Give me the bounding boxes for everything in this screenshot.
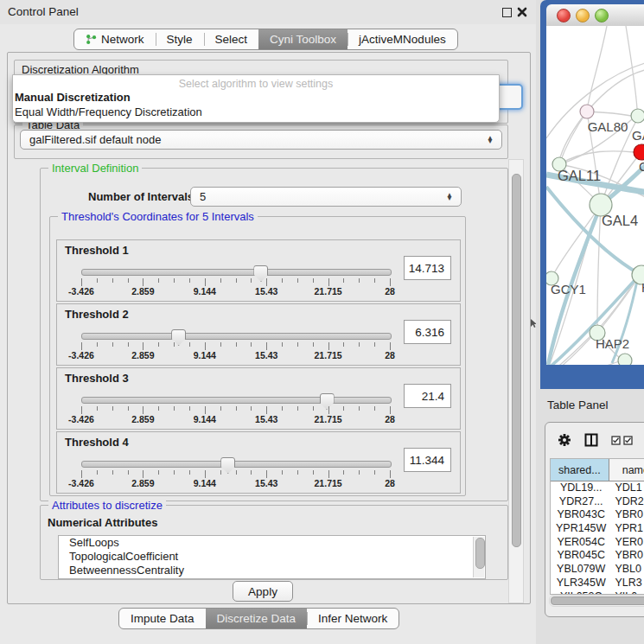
close-icon[interactable] <box>517 7 527 17</box>
svg-text:GAL80: GAL80 <box>588 119 628 134</box>
node-table: shared... name YDL19...YDL1 YDR27...YDR2… <box>550 458 644 595</box>
table-header-row: shared... name <box>551 459 644 481</box>
table-row[interactable]: YDR27...YDR2 <box>551 495 644 509</box>
table-row[interactable]: YBL079WYBL0 <box>551 563 644 577</box>
network-icon <box>86 34 97 45</box>
node-top-right[interactable] <box>631 109 644 123</box>
tab-infer-network[interactable]: Infer Network <box>307 609 399 628</box>
tick-marks <box>81 278 390 286</box>
node-bottom[interactable] <box>618 354 632 365</box>
scrollbar-thumb[interactable] <box>551 596 644 605</box>
right-region: GAL80 GA C GAL11 GAL4 GCY1 H HAP2 Table … <box>536 0 644 644</box>
tab-jactivemnodules[interactable]: jActiveMNodules <box>348 29 457 49</box>
threshold-4-label: Threshold 4 <box>65 436 129 449</box>
svg-text:GAL11: GAL11 <box>558 168 601 183</box>
svg-text:HAP2: HAP2 <box>596 336 629 351</box>
tab-label: Impute Data <box>131 612 194 625</box>
cyni-toolbox-panel: Discretization Algorithm Select algorith… <box>7 52 531 604</box>
threshold-1-panel: Threshold 1 -3.4262.8599.14415.4321.7152… <box>56 239 461 302</box>
scrollbar-thumb[interactable] <box>475 538 485 569</box>
tab-label: Select <box>215 33 248 46</box>
number-of-intervals-label: Number of Intervals <box>88 190 194 203</box>
tab-network[interactable]: Network <box>74 29 156 49</box>
svg-text:GAL4: GAL4 <box>602 213 638 228</box>
tick-scale: -3.4262.8599.14415.4321.71528 <box>81 350 390 360</box>
attributes-title: Attributes to discretize <box>48 499 166 512</box>
threshold-coordinates-group: Threshold's Coordinates for 5 Intervals … <box>49 216 466 496</box>
table-row[interactable]: YPR145WYPR1 <box>551 522 644 536</box>
dropdown-item-equal-width[interactable]: Equal Width/Frequency Discretization <box>13 105 499 119</box>
attributes-group: Attributes to discretize Numerical Attri… <box>40 505 508 580</box>
tick-marks <box>81 470 390 478</box>
list-item[interactable]: TopologicalCoefficient <box>59 550 485 564</box>
tab-discretize-data[interactable]: Discretize Data <box>206 609 308 628</box>
threshold-4-value-field[interactable]: 11.344 <box>404 448 451 472</box>
checkbox-icon[interactable] <box>611 436 621 445</box>
nodes <box>546 105 644 365</box>
minimize-traffic-light-icon[interactable] <box>576 9 590 22</box>
threshold-2-value-field[interactable]: 6.316 <box>404 320 451 344</box>
table-row[interactable]: YBR045CYBR0 <box>551 549 644 563</box>
svg-text:GA: GA <box>632 128 644 143</box>
panel-scrollbar[interactable] <box>508 159 524 603</box>
node-red-highlighted[interactable] <box>634 144 644 160</box>
svg-text:C: C <box>639 159 644 174</box>
column-header-shared-name[interactable]: shared... <box>551 459 609 481</box>
attributes-list[interactable]: SelfLoops TopologicalCoefficient Between… <box>58 535 486 579</box>
network-canvas[interactable]: GAL80 GA C GAL11 GAL4 GCY1 H HAP2 <box>546 26 644 365</box>
tab-label: Discretize Data <box>217 612 296 625</box>
list-item[interactable]: BetweennessCentrality <box>59 564 485 577</box>
node-gal80[interactable] <box>580 105 594 118</box>
threshold-1-label: Threshold 1 <box>65 244 129 257</box>
threshold-4-slider[interactable] <box>81 461 392 468</box>
threshold-1-slider[interactable] <box>81 269 392 276</box>
control-panel-titlebar: Control Panel <box>0 0 536 24</box>
spinner-arrows-icon[interactable]: ▲▼ <box>446 193 453 201</box>
svg-text:GCY1: GCY1 <box>551 282 586 296</box>
threshold-3-label: Threshold 3 <box>65 372 129 385</box>
intervals-value: 5 <box>200 190 206 203</box>
tab-cyni-toolbox[interactable]: Cyni Toolbox <box>258 29 348 49</box>
list-item[interactable]: SelfLoops <box>59 536 485 550</box>
table-data-combo[interactable]: galFiltered.sif default node ▲▼ <box>20 130 502 150</box>
panel-title: Control Panel <box>8 5 79 18</box>
table-horizontal-scrollbar[interactable] <box>549 595 644 607</box>
tick-marks <box>81 342 390 350</box>
threshold-1-value-field[interactable]: 14.713 <box>404 256 451 280</box>
tab-impute-data[interactable]: Impute Data <box>119 609 206 628</box>
table-row[interactable]: YLR345WYLR3 <box>551 577 644 590</box>
table-row[interactable]: YER054CYER0 <box>551 536 644 550</box>
threshold-3-value-field[interactable]: 21.4 <box>404 384 451 408</box>
float-window-icon[interactable] <box>502 8 512 17</box>
numerical-attributes-label: Numerical Attributes <box>48 516 157 529</box>
threshold-2-label: Threshold 2 <box>65 308 129 321</box>
table-row[interactable]: YBR043CYBR0 <box>551 508 644 522</box>
threshold-3-slider[interactable] <box>81 397 392 404</box>
interval-definition-group: Interval Definition Number of Intervals … <box>40 168 508 501</box>
network-window-titlebar[interactable] <box>546 4 644 27</box>
checkbox-icon[interactable] <box>623 436 633 445</box>
tab-select[interactable]: Select <box>204 29 259 49</box>
tick-marks <box>81 406 390 414</box>
columns-icon[interactable] <box>584 433 598 447</box>
spinner-arrows-icon[interactable]: ▲▼ <box>487 136 494 143</box>
column-header-name[interactable]: name <box>609 459 644 481</box>
top-tabstrip: Network Style Select Cyni Toolbox jActiv… <box>73 29 458 50</box>
table-row[interactable]: YDL19...YDL1 <box>551 481 644 495</box>
tab-style[interactable]: Style <box>156 29 204 49</box>
gear-icon[interactable] <box>558 433 571 447</box>
list-scrollbar[interactable] <box>473 537 484 577</box>
threshold-group-title: Threshold's Coordinates for 5 Intervals <box>58 210 258 223</box>
dropdown-hint: Select algorithm to view settings <box>13 75 499 90</box>
scrollbar-thumb[interactable] <box>512 174 521 547</box>
close-traffic-light-icon[interactable] <box>557 9 571 22</box>
table-panel-toolbar <box>545 423 644 457</box>
number-of-intervals-combo[interactable]: 5 ▲▼ <box>190 187 462 207</box>
zoom-traffic-light-icon[interactable] <box>595 9 609 22</box>
apply-button[interactable]: Apply <box>233 581 293 602</box>
threshold-2-slider[interactable] <box>81 333 392 340</box>
tab-label: Network <box>101 33 144 46</box>
dropdown-item-manual-discretization[interactable]: Manual Discretization <box>13 90 499 105</box>
bottom-tabstrip: Impute Data Discretize Data Infer Networ… <box>118 608 399 629</box>
table-data-value: galFiltered.sif default node <box>29 133 161 146</box>
